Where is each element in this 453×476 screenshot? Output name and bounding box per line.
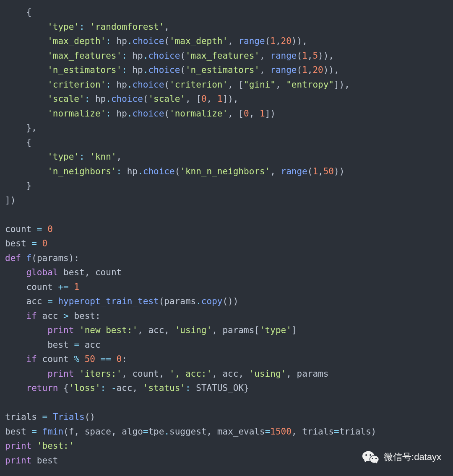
token-pn: ,: [307, 51, 313, 61]
token-op: ==: [95, 354, 117, 364]
token-id: hp: [117, 109, 127, 119]
token-str: 'loss': [69, 383, 101, 393]
code-line: [5, 396, 448, 410]
token-str: 'new best:': [79, 325, 138, 335]
token-id: trials: [302, 427, 334, 437]
code-line: 'normalize': hp.choice('normalize', [0, …: [5, 106, 448, 121]
token-id: hp: [132, 65, 143, 75]
token-op: .: [106, 94, 111, 104]
token-fn: Trials: [53, 412, 85, 422]
token-pn: ]),: [223, 94, 239, 104]
token-op: .: [138, 166, 143, 176]
token-pn: ,: [111, 427, 122, 437]
token-id: acc: [85, 340, 101, 350]
token-pn: ,: [292, 427, 302, 437]
token-str: ', acc:': [169, 369, 212, 379]
svg-point-4: [372, 458, 373, 459]
token-op: =: [31, 238, 42, 248]
token-pn: ,: [207, 427, 217, 437]
token-op: %: [74, 354, 84, 364]
token-str: 'randomforest': [90, 22, 164, 32]
code-line: def f(params):: [5, 251, 448, 266]
code-line: 'scale': hp.choice('scale', [0, 1]),: [5, 92, 448, 106]
token-kw: def: [5, 253, 26, 263]
token-pn: ,: [318, 166, 323, 176]
token-num: 5: [312, 51, 318, 61]
token-fn: copy: [201, 296, 223, 306]
code-line: {: [5, 135, 448, 150]
token-id: max_evals: [217, 427, 265, 437]
code-line: 'type': 'randomforest',: [5, 20, 448, 34]
token-str: 'iters:': [79, 369, 122, 379]
token-op: :: [79, 22, 90, 32]
token-str: 'status': [143, 383, 185, 393]
token-pn: ,: [164, 325, 174, 335]
token-num: 0: [117, 354, 122, 364]
code-line: 'n_estimators': hp.choice('n_estimators'…: [5, 63, 448, 78]
token-id: count: [132, 369, 159, 379]
svg-point-2: [370, 454, 371, 456]
token-op: .: [143, 51, 148, 61]
code-line: 'max_depth': hp.choice('max_depth', rang…: [5, 34, 448, 49]
code-line: ]): [5, 193, 448, 208]
svg-point-3: [370, 455, 379, 463]
token-op: =: [31, 427, 42, 437]
token-op: .: [127, 80, 133, 90]
code-line: count = 0: [5, 222, 448, 237]
token-pn: , [: [228, 80, 244, 90]
token-num: 20: [312, 65, 323, 75]
token-id: hp: [117, 36, 127, 46]
token-op: =: [42, 412, 53, 422]
token-num: 1: [260, 109, 265, 119]
token-pn: }: [26, 181, 32, 191]
token-pn: (: [307, 166, 313, 176]
token-id: best: [5, 238, 31, 248]
code-line: {: [5, 5, 448, 20]
token-str: 'scale': [47, 94, 85, 104]
code-line: print 'iters:', count, ', acc:', acc, 'u…: [5, 367, 448, 381]
token-fn: choice: [148, 65, 180, 75]
token-num: 1: [74, 282, 79, 292]
token-fn: choice: [132, 36, 164, 46]
token-str: 'n_estimators': [47, 65, 122, 75]
token-str: 'n_estimators': [185, 65, 260, 75]
token-id: best:: [74, 311, 100, 321]
token-pn: ]): [265, 109, 276, 119]
token-pn: ,: [159, 369, 169, 379]
token-id: ]: [292, 325, 297, 335]
watermark-label: 微信号: [384, 450, 411, 465]
wechat-icon: [362, 450, 380, 464]
token-op: =: [47, 296, 58, 306]
token-pn: (: [159, 296, 164, 306]
token-pn: (: [297, 51, 302, 61]
code-line: best = 0: [5, 236, 448, 251]
token-id: suggest: [169, 427, 207, 437]
token-str: 'type': [260, 325, 292, 335]
token-pn: (): [85, 412, 95, 422]
token-id: best: [47, 340, 74, 350]
token-kw: if: [26, 311, 42, 321]
token-pn: )),: [292, 36, 307, 46]
code-line: 'n_neighbors': hp.choice('knn_n_neighbor…: [5, 164, 448, 179]
code-line: print 'new best:', acc, 'using', params[…: [5, 323, 448, 338]
code-line: [5, 207, 448, 222]
token-pn: ()): [222, 296, 238, 306]
token-id: acc: [117, 383, 133, 393]
token-id: tpe: [148, 427, 164, 437]
token-str: 'max_depth': [169, 36, 228, 46]
token-fn: fmin: [42, 427, 64, 437]
token-num: 1: [270, 36, 276, 46]
code-line: best = fmin(f, space, algo=tpe.suggest, …: [5, 424, 448, 439]
token-pn: (: [143, 94, 148, 104]
token-op: :: [122, 65, 132, 75]
token-num: 0: [244, 109, 249, 119]
token-id: acc: [42, 311, 64, 321]
token-pn: (: [180, 51, 185, 61]
token-pn: , [: [228, 109, 244, 119]
token-id: trials: [5, 412, 42, 422]
token-pn: , [: [185, 94, 201, 104]
token-id: acc: [26, 296, 48, 306]
token-op: :: [117, 166, 127, 176]
token-id: space: [85, 427, 111, 437]
token-pn: ,: [260, 65, 270, 75]
